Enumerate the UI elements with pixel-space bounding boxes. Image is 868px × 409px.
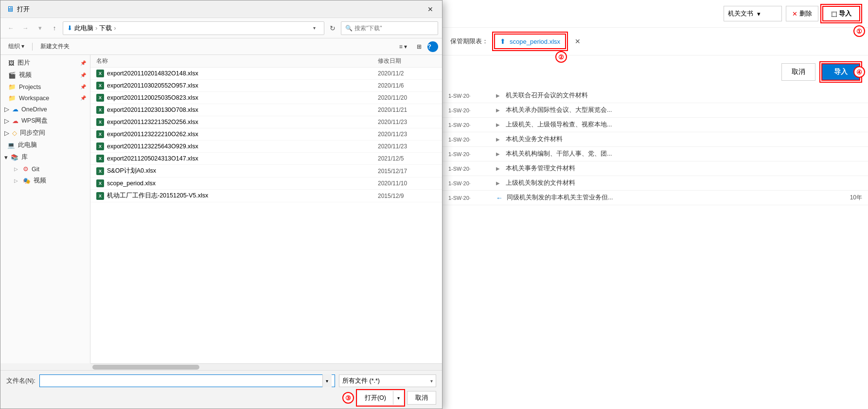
import-header-button[interactable]: ⬚ 导入 [822,6,860,21]
sidebar-label-video2: 视频 [34,177,46,185]
path-dropdown-button[interactable]: ▾ [308,22,320,34]
sidebar-item-pictures[interactable]: 🖼 图片 📌 [0,57,90,69]
data-row[interactable]: 1-SW·20· ▶ 上级机关制发的文件材料 [443,176,868,191]
panel-cancel-button[interactable]: 取消 [781,63,815,81]
data-text: 本机关承办国际性会议、大型展览会... [506,106,612,114]
sidebar-item-wps[interactable]: ▷ ☁ WPS网盘 [0,115,90,127]
new-folder-button[interactable]: 新建文件夹 [36,41,73,52]
data-code: 1-SW·20· [448,151,492,157]
category-select[interactable]: 机关文书 ▾ [724,6,782,21]
file-name: 机动工厂工作日志-20151205-V5.xlsx [107,192,208,200]
action-buttons-row: 取消 导入 ④ [443,55,868,89]
file-toolbar: 组织 ▾ 新建文件夹 ≡ ▾ ⊞ ? [0,38,442,55]
address-bar: ← → ▾ ↑ ⬇ 此电脑 › 下载 › ▾ ↻ 🔍 [0,18,442,38]
open-dropdown-button[interactable]: ▾ [393,391,403,405]
file-date: 2020/11/23 [378,131,436,138]
delete-button[interactable]: ✕ 删除 [786,6,818,21]
file-row[interactable]: X export20201123225643O929.xlsx 2020/11/… [90,141,442,153]
pin-icon-projects: 📌 [80,84,86,89]
up-button[interactable]: ↑ [48,22,61,35]
search-input[interactable] [354,25,434,32]
pane-button[interactable]: ⊞ [413,42,425,52]
path-sep1: › [95,24,97,32]
file-row[interactable]: X export20201102014832O148.xlsx 2020/11/… [90,68,442,80]
file-name: export20201103020552O957.xlsx [107,82,198,89]
file-row[interactable]: X export20211205024313O147.xlsx 2021/12/… [90,153,442,165]
sidebar-item-pc[interactable]: 💻 此电脑 [0,139,90,151]
file-name: export20211205024313O147.xlsx [107,155,198,162]
bottom-buttons: ③ 打开(O) ▾ 取消 [6,391,436,405]
dialog-title-text: 打开 [17,5,30,14]
filetype-label: 所有文件 (*.*) [342,377,380,385]
data-row[interactable]: 1-SW·20· ▶ 本机关承办国际性会议、大型展览会... [443,103,868,118]
file-row[interactable]: X S&OP计划A0.xlsx 2015/12/17 [90,165,442,178]
import-header-icon: ⬚ [831,10,837,18]
data-row[interactable]: 1-SW·20· ▶ 上级机关、上级领导检查、视察本地... [443,118,868,132]
expand-arrow: ▶ [496,166,500,171]
library-expand: ▾ [4,154,8,161]
file-date: 2020/11/23 [378,119,436,125]
sidebar-item-workspace[interactable]: 📁 Workspace 📌 [0,92,90,104]
data-row[interactable]: 1-SW·20· ▶ 机关联合召开会议的文件材料 [443,89,868,103]
sidebar-item-projects[interactable]: 📁 Projects 📌 [0,81,90,92]
workspace-icon: 📁 [8,94,16,102]
open-button[interactable]: 打开(O) [358,391,393,405]
view-button[interactable]: ≡ ▾ [395,42,411,52]
excel-icon: X [96,155,104,162]
period-file-box[interactable]: ⬆ scope_period.xlsx [494,34,566,49]
file-row[interactable]: X export20201103020552O957.xlsx 2020/11/… [90,80,442,92]
filename-label: 文件名(N): [6,377,35,385]
address-path[interactable]: ⬇ 此电脑 › 下载 › ▾ [63,21,324,35]
file-name: export20201102014832O148.xlsx [107,70,198,77]
sidebar-item-videos[interactable]: 🎬 视频 📌 [0,69,90,81]
file-name: export20201123221352O256.xlsx [107,119,198,125]
dialog-title-icon: 🖥 [6,5,14,14]
file-date: 2015/12/9 [378,193,436,199]
col-name: 名称 [96,57,378,65]
dialog-cancel-button[interactable]: 取消 [407,391,436,405]
import-header-label: 导入 [839,9,851,18]
data-row[interactable]: 1-SW·20· ← 同级机关制发的非本机关主管业务但... 10年 [443,191,868,205]
file-row[interactable]: X export20201123221352O256.xlsx 2020/11/… [90,116,442,128]
file-bottom: 文件名(N): ▾ 所有文件 (*.*) ▾ ③ 打开(O) ▾ 取消 [0,370,442,409]
data-row[interactable]: 1-SW·20· ▶ 本机关业务文件材料 [443,132,868,147]
refresh-button[interactable]: ↻ [326,22,339,35]
dropdown-button[interactable]: ▾ [34,22,46,35]
file-name: S&OP计划A0.xlsx [107,167,156,175]
sidebar-item-git[interactable]: ▷ ⚙ Git [0,163,90,175]
filename-dropdown-button[interactable]: ▾ [322,374,332,387]
horizontal-scrollbar[interactable] [90,363,442,370]
file-row[interactable]: X scope_period.xlsx 2020/11/10 [90,178,442,190]
sidebar-label-wps: WPS网盘 [21,117,48,125]
filename-input[interactable] [43,377,322,384]
git-expand: ▷ [14,166,20,172]
file-row[interactable]: X export20201120230130O708.xlsx 2020/11/… [90,104,442,116]
sidebar-item-video2[interactable]: ▷ 🎭 视频 [0,175,90,187]
path-icon: ⬇ [67,24,72,32]
excel-icon: X [96,130,104,138]
help-button[interactable]: ? [427,41,438,52]
filetype-select[interactable]: 所有文件 (*.*) ▾ [339,374,436,387]
organize-button[interactable]: 组织 ▾ [4,41,28,52]
pin-icon-pictures: 📌 [80,60,86,66]
filename-input-wrapper: ▾ [39,374,335,387]
dialog-close-button[interactable]: ✕ [425,3,436,15]
file-name-cell: X export20201123221352O256.xlsx [96,118,378,126]
pc-icon: 💻 [7,142,15,149]
data-row[interactable]: 1-SW·20· ▶ 本机关事务管理文件材料 [443,161,868,176]
file-row[interactable]: X export20201123222210O262.xlsx 2020/11/… [90,128,442,141]
file-row[interactable]: X 机动工厂工作日志-20151205-V5.xlsx 2015/12/9 [90,190,442,202]
excel-icon: X [96,192,104,200]
sidebar-item-onedrive[interactable]: ▷ ☁ OneDrive [0,104,90,115]
file-row[interactable]: X export20201120025035O823.xlsx 2020/11/… [90,92,442,104]
toolbar-separator [32,43,33,51]
forward-button[interactable]: → [19,22,32,35]
back-button[interactable]: ← [4,22,17,35]
sidebar-item-sync[interactable]: ▷ ◇ 同步空间 [0,127,90,139]
sidebar-item-library[interactable]: ▾ 📚 库 [0,151,90,163]
period-clear-button[interactable]: ✕ [572,36,584,47]
data-row[interactable]: 1-SW·20· ▶ 本机关机构编制、干部人事、党、团... [443,147,868,161]
expand-arrow: ▶ [496,180,500,186]
delete-icon: ✕ [792,10,797,18]
file-sidebar: 🖼 图片 📌 🎬 视频 📌 📁 Projects 📌 📁 Workspace 📌 [0,55,90,363]
